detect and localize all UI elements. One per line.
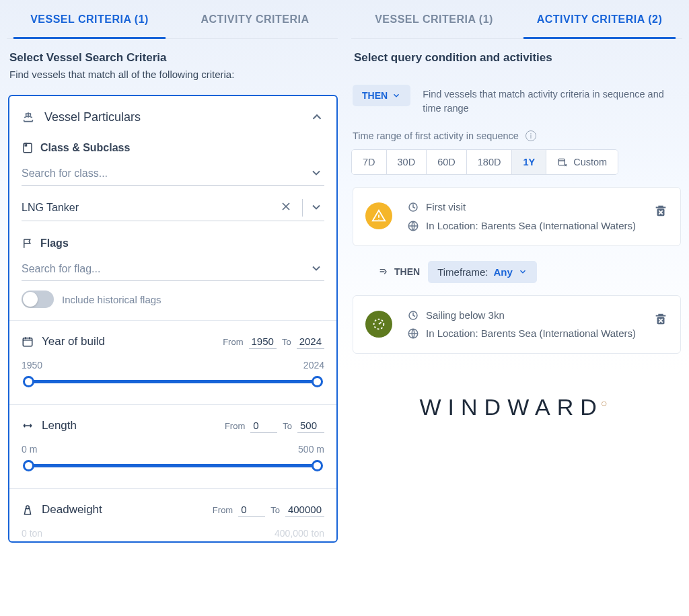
sequence-then: THEN	[378, 266, 420, 277]
globe-icon	[407, 220, 419, 232]
chevron-down-icon	[518, 267, 528, 276]
info-icon[interactable]: i	[525, 130, 536, 141]
tab-vessel-criteria[interactable]: VESSEL CRITERIA (1)	[7, 0, 172, 38]
length-slider[interactable]	[24, 457, 322, 473]
activity-1-type: First visit	[426, 200, 466, 215]
left-header: Select Vessel Search Criteria Find vesse…	[7, 39, 338, 85]
slider-handle-left[interactable]	[23, 376, 34, 387]
length-to-value[interactable]: 500	[297, 418, 324, 433]
dw-to-label: To	[270, 505, 280, 515]
svg-rect-4	[558, 159, 565, 165]
speed-badge-icon	[365, 311, 392, 338]
class-selected-field[interactable]	[22, 195, 324, 221]
class-icon	[22, 142, 34, 154]
left-title: Select Vessel Search Criteria	[9, 51, 335, 65]
historical-toggle-row: Include historical flags	[22, 291, 324, 308]
globe-icon	[407, 328, 419, 340]
class-label-row: Class & Subclass	[22, 142, 324, 154]
activity-card-1: First visit In Location: Barents Sea (In…	[353, 187, 681, 246]
right-panel: VESSEL CRITERIA (1) ACTIVITY CRITERIA (2…	[344, 0, 689, 616]
condition-desc: Find vessels that match activity criteri…	[423, 85, 681, 116]
chevron-down-icon	[310, 166, 324, 181]
timerange-label: Time range of first activity in sequence	[353, 130, 519, 141]
then-label: THEN	[362, 90, 388, 101]
year-section: Year of build From 1950 To 2024 1950 202…	[9, 321, 336, 404]
chip-30d[interactable]: 30D	[387, 150, 427, 174]
chip-7d[interactable]: 7D	[352, 150, 387, 174]
flag-search-input[interactable]	[22, 263, 310, 275]
chip-1y[interactable]: 1Y	[512, 150, 546, 174]
year-from-value[interactable]: 1950	[249, 334, 277, 349]
historical-toggle-label: Include historical flags	[62, 294, 161, 305]
flags-label: Flags	[40, 237, 69, 249]
tab-activity-criteria-r[interactable]: ACTIVITY CRITERIA (2)	[517, 0, 682, 38]
seq-then-label: THEN	[394, 266, 420, 277]
dw-min-label: 0 ton	[22, 528, 42, 539]
length-from-value[interactable]: 0	[250, 418, 277, 433]
length-label: Length	[42, 419, 217, 432]
custom-label: Custom	[573, 157, 607, 167]
svg-rect-2	[23, 338, 32, 346]
class-label: Class & Subclass	[40, 142, 130, 154]
activity-2-type: Sailing below 3kn	[426, 308, 505, 323]
left-panel: VESSEL CRITERIA (1) ACTIVITY CRITERIA Se…	[0, 0, 344, 616]
class-search-input[interactable]	[22, 167, 310, 180]
tf-label: Timeframe:	[437, 266, 488, 278]
calendar-icon	[557, 157, 568, 167]
length-to-label: To	[283, 421, 292, 431]
condition-row: THEN Find vessels that match activity cr…	[351, 85, 682, 116]
deadweight-section: Deadweight From 0 To 400000 0 ton 400,00…	[9, 489, 336, 541]
timeframe-dropdown[interactable]: Timeframe: Any	[428, 261, 537, 283]
flags-label-row: Flags	[22, 237, 324, 249]
warning-badge-icon	[365, 202, 392, 229]
year-to-value[interactable]: 2024	[297, 334, 324, 349]
dw-max-label: 400,000 ton	[275, 528, 324, 539]
slider-handle-right[interactable]	[312, 376, 323, 387]
chip-180d[interactable]: 180D	[467, 150, 513, 174]
activity-1-location: In Location: Barents Sea (International …	[426, 219, 636, 233]
dw-from-label: From	[213, 505, 233, 515]
svg-rect-1	[25, 143, 26, 146]
class-search-field[interactable]	[22, 162, 324, 186]
slider-handle-left[interactable]	[23, 460, 34, 471]
flag-search-field[interactable]	[22, 258, 324, 281]
activity-icon	[407, 309, 419, 321]
chip-60d[interactable]: 60D	[427, 150, 467, 174]
clear-icon[interactable]	[279, 200, 295, 216]
timerange-chips: 7D 30D 60D 180D 1Y Custom	[351, 149, 618, 175]
right-header: Select query condition and activities	[351, 39, 682, 74]
left-subtitle: Find vessels that match all of the follo…	[9, 69, 335, 80]
deadweight-label: Deadweight	[42, 503, 205, 516]
flag-icon	[22, 237, 34, 249]
year-label: Year of build	[42, 335, 215, 348]
length-from-label: From	[225, 421, 245, 431]
length-section: Length From 0 To 500 0 m 500 m	[9, 405, 336, 488]
delete-activity-2[interactable]	[653, 312, 668, 327]
chevron-down-icon	[310, 200, 324, 215]
chip-custom[interactable]: Custom	[546, 150, 618, 174]
then-dropdown[interactable]: THEN	[353, 85, 410, 106]
year-to-label: To	[282, 337, 291, 347]
tab-activity-criteria[interactable]: ACTIVITY CRITERIA	[172, 0, 338, 38]
class-selected-value[interactable]	[22, 202, 279, 214]
tf-value: Any	[493, 266, 512, 278]
dw-to-value[interactable]: 400000	[285, 502, 324, 517]
delete-activity-1[interactable]	[653, 204, 668, 219]
accordion-vessel-particulars[interactable]: Vessel Particulars	[9, 96, 336, 138]
brand-text: WINDWARD	[420, 394, 604, 420]
slider-handle-right[interactable]	[312, 460, 323, 471]
chevron-down-icon	[392, 91, 401, 100]
activity-card-2: Sailing below 3kn In Location: Barents S…	[353, 295, 681, 354]
brand-logo: WINDWARD○	[351, 394, 682, 420]
year-slider[interactable]	[24, 373, 322, 389]
tab-vessel-criteria-r[interactable]: VESSEL CRITERIA (1)	[351, 0, 517, 38]
dw-from-value[interactable]: 0	[238, 502, 265, 517]
sequence-row: THEN Timeframe: Any	[378, 261, 681, 283]
chevron-up-icon	[310, 110, 324, 124]
ship-icon	[22, 110, 35, 124]
left-tabs: VESSEL CRITERIA (1) ACTIVITY CRITERIA	[7, 0, 338, 39]
activity-2-content: Sailing below 3kn In Location: Barents S…	[407, 308, 639, 342]
historical-toggle[interactable]	[22, 291, 54, 308]
right-title: Select query condition and activities	[354, 51, 680, 65]
class-subsection: Class & Subclass	[9, 138, 336, 233]
